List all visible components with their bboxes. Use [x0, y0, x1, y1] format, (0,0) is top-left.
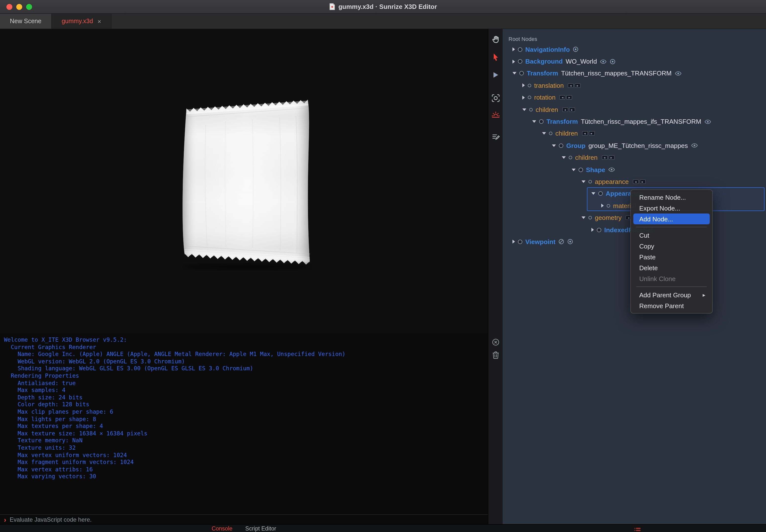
- expander-icon[interactable]: [582, 216, 586, 219]
- eye-icon[interactable]: [600, 59, 607, 64]
- expander-icon[interactable]: [552, 144, 556, 147]
- expander-icon[interactable]: [522, 96, 525, 100]
- field-name: children: [555, 130, 578, 137]
- tree-row[interactable]: children◂▸: [503, 127, 766, 140]
- panels-list-icon[interactable]: [634, 526, 641, 532]
- menu-separator: [636, 227, 707, 227]
- window-title-text: gummy.x3d · Sunrize X3D Editor: [338, 3, 437, 10]
- field-icon: [528, 96, 531, 99]
- route-badges[interactable]: ◂▸: [568, 83, 581, 88]
- node-icon: [579, 167, 583, 172]
- tree-row[interactable]: children◂▸: [503, 104, 766, 116]
- field-name: geometry: [595, 214, 622, 221]
- node-name: NavigationInfo: [525, 46, 570, 53]
- tree-row[interactable]: Groupgroup_ME_Tütchen_rissc_mappes: [503, 140, 766, 152]
- bind-icon[interactable]: [567, 239, 573, 245]
- sunrise-light-icon[interactable]: [490, 109, 501, 120]
- tree-row[interactable]: TransformTütchen_rissc_mappes_ifs_TRANSF…: [503, 116, 766, 128]
- node-icon: [559, 143, 563, 148]
- field-icon: [549, 132, 553, 135]
- document-icon: [329, 3, 335, 10]
- viewfinder-icon[interactable]: [490, 93, 501, 104]
- route-badges[interactable]: ◂▸: [582, 131, 595, 136]
- eye-icon[interactable]: [675, 71, 681, 76]
- menu-item[interactable]: Copy: [633, 241, 710, 251]
- menu-item[interactable]: Cut: [633, 230, 710, 241]
- expander-icon[interactable]: [591, 228, 594, 232]
- outline-editor-panel: Root Nodes NavigationInfoBackgroundWO_Wo…: [503, 29, 766, 524]
- node-name: Group: [566, 142, 586, 149]
- tab-close-icon[interactable]: ×: [97, 18, 101, 25]
- menu-item[interactable]: Unlink Clone: [633, 273, 710, 284]
- footer-tabs: Console Script Editor: [0, 525, 488, 532]
- node-name: Shape: [586, 166, 605, 173]
- tab-gummy[interactable]: gummy.x3d ×: [52, 14, 112, 29]
- route-badges[interactable]: ◂▸: [633, 179, 645, 184]
- expander-icon[interactable]: [522, 84, 525, 88]
- window-minimize-button[interactable]: [16, 4, 22, 10]
- tree-row[interactable]: TransformTütchen_rissc_mappes_TRANSFORM: [503, 68, 766, 80]
- menu-item[interactable]: Rename Node...: [633, 192, 710, 203]
- play-icon[interactable]: [490, 70, 501, 80]
- eye-icon[interactable]: [704, 119, 711, 124]
- route-badges[interactable]: ◂▸: [602, 155, 614, 160]
- console-input[interactable]: [10, 516, 488, 523]
- field-icon: [589, 216, 592, 219]
- menu-item[interactable]: Add Node...: [633, 213, 710, 224]
- expander-icon[interactable]: [513, 240, 515, 244]
- expander-icon[interactable]: [582, 180, 586, 183]
- tree-row[interactable]: appearance◂▸: [503, 176, 766, 188]
- main-area: Welcome to X_ITE X3D Browser v9.5.2: Cur…: [0, 29, 766, 524]
- tab-new-scene[interactable]: New Scene: [0, 14, 52, 29]
- expander-icon[interactable]: [513, 47, 515, 51]
- menu-item[interactable]: Remove Parent: [633, 300, 710, 311]
- footer-tab-console[interactable]: Console: [212, 526, 232, 532]
- window-zoom-button[interactable]: [26, 4, 32, 10]
- expander-icon[interactable]: [572, 168, 576, 171]
- app-window: gummy.x3d · Sunrize X3D Editor New Scene…: [0, 0, 766, 532]
- footer-tab-script-editor[interactable]: Script Editor: [245, 526, 276, 532]
- expander-icon[interactable]: [513, 59, 515, 63]
- select-pointer-icon[interactable]: [490, 52, 501, 63]
- field-icon: [529, 108, 533, 111]
- expander-icon[interactable]: [601, 204, 604, 208]
- expander-icon[interactable]: [562, 156, 566, 159]
- pan-hand-icon[interactable]: [490, 34, 501, 45]
- eye-icon[interactable]: [608, 167, 615, 172]
- traffic-lights: [6, 4, 32, 10]
- route-badges[interactable]: ◂▸: [562, 107, 575, 112]
- menu-item[interactable]: Delete: [633, 262, 710, 273]
- tree-row[interactable]: NavigationInfo: [503, 43, 766, 55]
- 3d-viewport[interactable]: [0, 29, 488, 333]
- window-title: gummy.x3d · Sunrize X3D Editor: [329, 3, 437, 10]
- bind-icon[interactable]: [573, 46, 579, 52]
- tree-row[interactable]: rotation◂▸: [503, 91, 766, 104]
- tree-row[interactable]: translation◂▸: [503, 79, 766, 91]
- menu-item[interactable]: Export Node...: [633, 203, 710, 213]
- trash-icon[interactable]: [490, 350, 501, 360]
- vertical-toolbar: [488, 29, 503, 524]
- close-circle-icon[interactable]: [490, 337, 501, 348]
- eye-icon[interactable]: [691, 143, 698, 148]
- field-icon: [528, 84, 531, 87]
- field-name: appearance: [595, 178, 629, 185]
- route-badges[interactable]: ◂▸: [560, 95, 572, 100]
- tree-row[interactable]: Shape: [503, 164, 766, 176]
- tree-row[interactable]: BackgroundWO_World: [503, 55, 766, 68]
- expander-icon[interactable]: [591, 193, 595, 195]
- script-list-icon[interactable]: [490, 132, 501, 142]
- expander-icon[interactable]: [522, 108, 526, 111]
- def-name: group_ME_Tütchen_rissc_mappes: [589, 142, 688, 149]
- menu-item[interactable]: Paste: [633, 251, 710, 262]
- node-icon: [518, 59, 522, 64]
- bind-icon[interactable]: [610, 58, 616, 64]
- expander-icon[interactable]: [532, 120, 536, 123]
- field-icon: [589, 180, 592, 183]
- noview-icon[interactable]: [558, 239, 564, 245]
- expander-icon[interactable]: [513, 72, 517, 75]
- node-name: Transform: [547, 118, 578, 125]
- menu-item[interactable]: Add Parent Group▸: [633, 289, 710, 300]
- window-close-button[interactable]: [6, 4, 12, 10]
- tree-row[interactable]: children◂▸: [503, 152, 766, 164]
- expander-icon[interactable]: [542, 132, 546, 135]
